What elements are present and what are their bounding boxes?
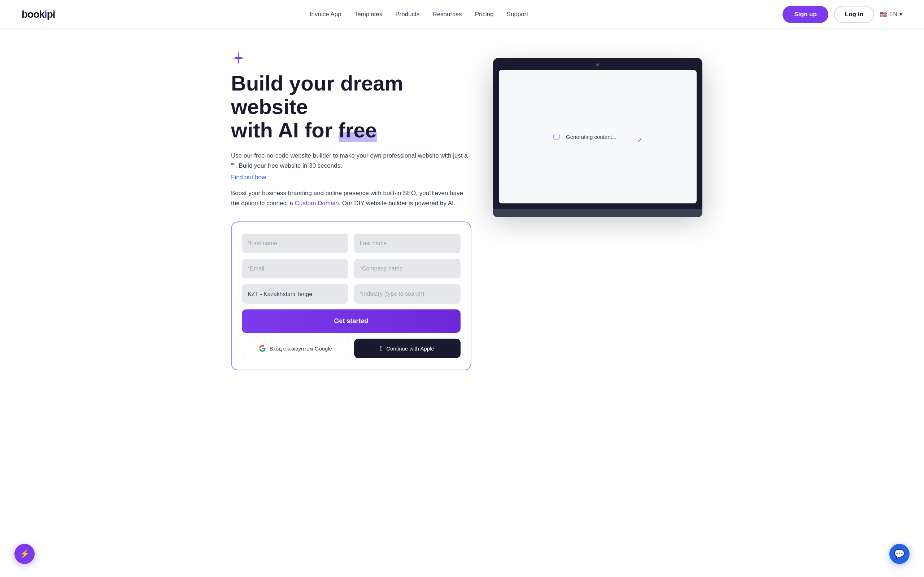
nav-products[interactable]: Products <box>395 11 419 18</box>
laptop-body: Generating content... ↗ <box>493 58 703 209</box>
nav-invoice-app[interactable]: Invoice App <box>310 11 341 18</box>
hero-subtitle-1: Use our free no-code website builder to … <box>231 151 472 171</box>
hero-title: Build your dream website with AI for fre… <box>231 72 472 142</box>
google-signin-label: Вход с аккаунтом Google <box>270 345 332 351</box>
nav-resources[interactable]: Resources <box>432 11 462 18</box>
navbar: bookipi Invoice App Templates Products R… <box>0 0 924 29</box>
hero-subtitle-2: Boost your business branding and online … <box>231 188 472 208</box>
find-out-how-link[interactable]: Find out how <box>231 174 266 181</box>
hero-highlight: free <box>339 118 377 142</box>
first-name-input[interactable] <box>242 234 348 253</box>
hero-title-line2: with AI for free <box>231 118 377 142</box>
language-selector[interactable]: 🇺🇸 EN ▾ <box>880 11 902 18</box>
logo[interactable]: bookipi <box>22 9 55 20</box>
custom-domain-link[interactable]: Custom Domain <box>295 200 339 206</box>
nav-templates[interactable]: Templates <box>354 11 382 18</box>
nav-right: Sign up Log in 🇺🇸 EN ▾ <box>782 6 902 23</box>
nav-links: Invoice App Templates Products Resources… <box>310 11 528 18</box>
laptop-screen: Generating content... ↗ <box>499 70 696 203</box>
get-started-button[interactable]: Get started <box>242 309 460 333</box>
company-input[interactable] <box>354 259 460 279</box>
last-name-input[interactable] <box>354 234 460 253</box>
hero-section: Build your dream website with AI for fre… <box>209 29 715 399</box>
signup-form-card: KZT - Kazakhstani Tenge Get started Вход… <box>231 221 472 371</box>
hero-left: Build your dream website with AI for fre… <box>231 50 472 371</box>
laptop-mockup: Generating content... ↗ <box>493 58 703 217</box>
google-signin-button[interactable]: Вход с аккаунтом Google <box>242 338 349 358</box>
form-row-name <box>242 234 460 253</box>
industry-input[interactable] <box>354 284 460 304</box>
loading-spinner <box>553 133 560 140</box>
form-row-email <box>242 259 460 279</box>
email-input[interactable] <box>242 259 348 279</box>
cursor-icon: ↗ <box>637 136 642 144</box>
apple-signin-button[interactable]:  Continue with Apple <box>354 338 460 358</box>
form-row-currency: KZT - Kazakhstani Tenge <box>242 284 460 304</box>
flag-icon: 🇺🇸 <box>880 11 887 18</box>
google-icon <box>259 345 266 352</box>
nav-pricing[interactable]: Pricing <box>475 11 494 18</box>
chevron-down-icon: ▾ <box>900 11 902 18</box>
laptop-base <box>493 209 703 217</box>
social-login-row: Вход с аккаунтом Google  Continue with … <box>242 338 460 358</box>
lang-label: EN <box>889 11 897 18</box>
currency-select[interactable]: KZT - Kazakhstani Tenge <box>242 284 348 304</box>
signup-button[interactable]: Sign up <box>782 6 828 23</box>
generating-text: Generating content... <box>566 134 617 140</box>
laptop-camera <box>596 63 599 66</box>
login-button[interactable]: Log in <box>834 6 874 23</box>
hero-right: Generating content... ↗ <box>493 50 703 217</box>
nav-support[interactable]: Support <box>507 11 528 18</box>
apple-icon:  <box>380 345 383 352</box>
sparkle-icon <box>231 50 472 69</box>
apple-signin-label: Continue with Apple <box>386 345 434 351</box>
